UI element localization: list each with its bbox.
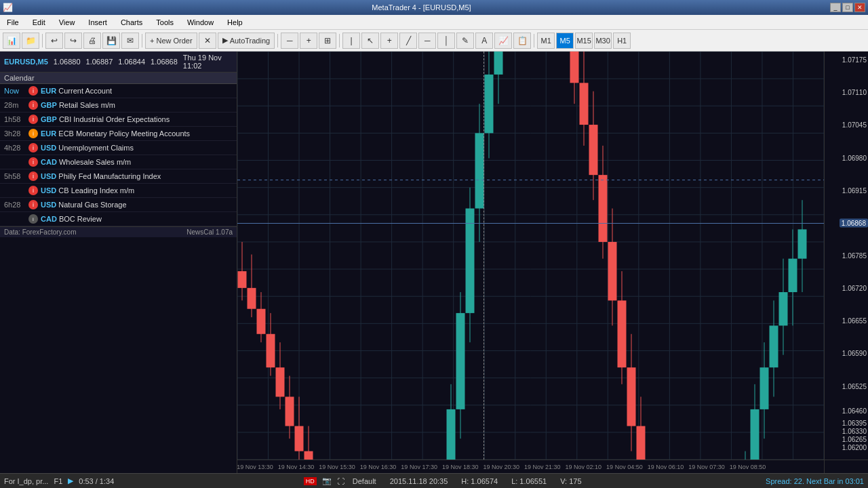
hd-badge: HD xyxy=(304,477,317,485)
cursor-btn[interactable]: ↖ xyxy=(361,33,379,49)
draw-btn[interactable]: ✎ xyxy=(456,33,474,49)
price-level-label: 1.06525 xyxy=(842,382,867,390)
new-chart-btn[interactable]: 📊 xyxy=(3,33,20,49)
screen-btn[interactable]: 📷 xyxy=(322,476,332,485)
event-priority-icon: i xyxy=(28,200,38,209)
period-sep-btn[interactable]: | xyxy=(342,33,360,49)
event-description: CAD BOC Review xyxy=(41,215,102,223)
calendar-event-row[interactable]: iCAD BOC Review xyxy=(0,212,237,226)
event-time: 4h28 xyxy=(4,144,28,152)
undo-btn[interactable]: ↩ xyxy=(45,33,63,49)
event-priority-icon: i xyxy=(28,100,38,110)
chart-container: EURUSD,M5 1.06880 1.06887 1.06844 1.0686… xyxy=(0,52,868,473)
tf-m1[interactable]: M1 xyxy=(537,33,555,49)
time-axis-label: 19 Nov 06:10 xyxy=(648,464,684,470)
menu-file[interactable]: File xyxy=(3,17,23,28)
calendar-footer: Data: ForexFactory.com NewsCal 1.07a xyxy=(0,226,237,237)
calendar-event-row[interactable]: 28miGBP Retail Sales m/m xyxy=(0,98,237,113)
calendar-event-row[interactable]: 3h28iEUR ECB Monetary Policy Meeting Acc… xyxy=(0,127,237,141)
volume: V: 175 xyxy=(560,477,581,485)
time-axis-label: 19 Nov 02:10 xyxy=(566,464,602,470)
calendar-event-row[interactable]: 5h58iUSD Philly Fed Manufacturing Index xyxy=(0,169,237,184)
redo-btn[interactable]: ↪ xyxy=(64,33,82,49)
new-order-btn[interactable]: + New Order xyxy=(145,33,197,49)
event-time: 1h58 xyxy=(4,115,28,123)
template-btn[interactable]: 📋 xyxy=(513,33,531,49)
event-description: EUR ECB Monetary Policy Meeting Accounts xyxy=(41,129,190,138)
price-labels: 1.071751.071101.070451.069801.069151.068… xyxy=(825,52,868,460)
high-price: H: 1.06574 xyxy=(461,477,498,485)
tf-m30[interactable]: M30 xyxy=(594,33,612,49)
menu-charts[interactable]: Charts xyxy=(117,17,146,28)
calendar-event-row[interactable]: NowiEUR Current Account xyxy=(0,84,237,98)
price-close: 1.06868 xyxy=(151,58,178,66)
event-time: 5h58 xyxy=(4,172,28,180)
event-currency: USD xyxy=(41,186,56,195)
menu-insert[interactable]: Insert xyxy=(84,17,111,28)
tf-h1[interactable]: H1 xyxy=(613,33,631,49)
calendar-event-row[interactable]: 6h28iUSD Natural Gas Storage xyxy=(0,198,237,212)
event-description: EUR Current Account xyxy=(41,87,112,95)
chart-datetime: Thu 19 Nov 11:02 xyxy=(183,54,233,70)
price-low: 1.06844 xyxy=(118,58,145,66)
main-area: EURUSD,M5 1.06880 1.06887 1.06844 1.0686… xyxy=(0,52,868,488)
save-btn[interactable]: 💾 xyxy=(102,33,120,49)
menu-help[interactable]: Help xyxy=(223,17,247,28)
indicator-btn[interactable]: 📈 xyxy=(494,33,512,49)
menu-window[interactable]: Window xyxy=(183,17,218,28)
calendar-source: Data: ForexFactory.com xyxy=(4,228,77,236)
event-time: Now xyxy=(4,87,28,95)
play-btn[interactable]: ▶ xyxy=(68,476,73,485)
price-chart[interactable] xyxy=(237,52,824,460)
calendar-event-row[interactable]: 4h28iUSD Unemployment Claims xyxy=(0,141,237,155)
hline-btn[interactable]: ─ xyxy=(418,33,436,49)
close-button[interactable]: ✕ xyxy=(854,3,865,12)
menu-tools[interactable]: Tools xyxy=(152,17,178,28)
autotrading-label: AutoTrading xyxy=(230,37,271,45)
open-btn[interactable]: 📁 xyxy=(22,33,39,49)
time-bar-row: 19 Nov 13:3019 Nov 14:3019 Nov 15:3019 N… xyxy=(237,460,868,473)
minimize-button[interactable]: _ xyxy=(830,3,841,12)
text-btn[interactable]: A xyxy=(475,33,493,49)
tf-m15[interactable]: M15 xyxy=(575,33,593,49)
current-price-badge: 1.06868 xyxy=(840,218,868,227)
time-axis-label: 19 Nov 20:30 xyxy=(483,464,519,470)
print-btn[interactable]: 🖨 xyxy=(83,33,101,49)
price-level-label: 1.06915 xyxy=(842,186,867,194)
price-level-label: 1.06590 xyxy=(842,350,867,357)
calendar-event-row[interactable]: iCAD Wholesale Sales m/m xyxy=(0,155,237,169)
zoom-in-btn[interactable]: + xyxy=(300,33,317,49)
price-level-label: 1.06980 xyxy=(842,154,867,161)
calendar-event-row[interactable]: iUSD CB Leading Index m/m xyxy=(0,184,237,198)
zoom-custom-btn[interactable]: ⊞ xyxy=(319,33,336,49)
email-btn[interactable]: ✉ xyxy=(121,33,139,49)
tf-m5[interactable]: M5 xyxy=(556,33,574,49)
calendar-event-row[interactable]: 1h58iGBP CBI Industrial Order Expectatio… xyxy=(0,113,237,127)
time-axis-label: 19 Nov 04:50 xyxy=(606,464,643,470)
spread-nextbar: Spread: 22. Next Bar in 03:01 xyxy=(766,477,864,485)
menu-bar: File Edit View Insert Charts Tools Windo… xyxy=(0,15,868,30)
window-controls[interactable]: _ □ ✕ xyxy=(830,3,865,12)
chart-datetime-status: 2015.11.18 20:35 xyxy=(390,477,448,485)
time-bar-scale-spacer xyxy=(824,460,868,473)
price-level-label: 1.06395 xyxy=(842,419,867,426)
fullscreen-btn[interactable]: ⛶ xyxy=(337,477,344,485)
time-axis-label: 19 Nov 07:30 xyxy=(688,464,725,470)
line-btn[interactable]: ╱ xyxy=(399,33,417,49)
close-order-btn[interactable]: ✕ xyxy=(199,33,216,49)
menu-edit[interactable]: Edit xyxy=(28,17,50,28)
price-level-label: 1.07110 xyxy=(842,89,867,96)
event-description: USD CB Leading Index m/m xyxy=(41,186,134,195)
menu-view[interactable]: View xyxy=(55,17,79,28)
chart-canvas-area[interactable] xyxy=(237,52,824,460)
vline-btn[interactable]: │ xyxy=(437,33,455,49)
maximize-button[interactable]: □ xyxy=(842,3,853,12)
event-priority-icon: i xyxy=(28,143,38,152)
autotrading-btn[interactable]: ▶ AutoTrading xyxy=(218,33,275,49)
event-priority-icon: i xyxy=(28,129,38,138)
chart-wrapper[interactable]: 1.071751.071101.070451.069801.069151.068… xyxy=(237,52,868,473)
title-bar: 📈 MetaTrader 4 - [EURUSD,M5] _ □ ✕ xyxy=(0,0,868,15)
price-level-label: 1.07045 xyxy=(842,121,867,129)
zoom-out-btn[interactable]: ─ xyxy=(281,33,298,49)
crosshair-btn[interactable]: + xyxy=(380,33,398,49)
